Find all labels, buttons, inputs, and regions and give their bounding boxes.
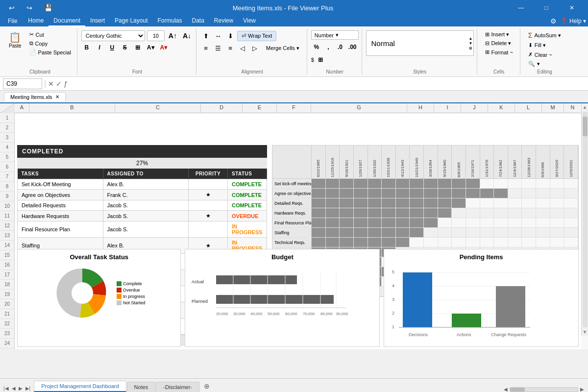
font-color-button[interactable]: A▾ (158, 42, 170, 53)
fill-button[interactable]: ⬇ Fill ▾ (524, 41, 565, 49)
col-header-C[interactable]: C (115, 103, 201, 113)
cut-button[interactable]: ✂ Cut (26, 30, 74, 39)
cancel-formula-icon[interactable]: ✕ (48, 80, 54, 88)
decimal-increase-button[interactable]: .0 (335, 42, 345, 52)
copy-button[interactable]: ⧉ Copy (26, 39, 74, 48)
border-button[interactable]: ⊞ (132, 42, 143, 53)
sheet-tab-disclaimer[interactable]: -Disclaimer- (156, 382, 199, 392)
paste-special-button[interactable]: 📄 Paste Special (26, 48, 74, 56)
save-icon[interactable]: 💾 (40, 3, 56, 13)
hscroll-left[interactable]: ◀ (504, 387, 508, 392)
sheet-nav-last[interactable]: ▶| (24, 385, 32, 392)
redo-icon[interactable]: ↪ (23, 3, 36, 13)
col-header-E[interactable]: E (243, 103, 277, 113)
delete-button[interactable]: ⊟ Delete ▾ (481, 39, 517, 48)
scroll-down-arrow[interactable]: ▼ (582, 328, 588, 336)
insert-button[interactable]: ⊞ Insert ▾ (481, 30, 517, 39)
font-grow-button[interactable]: A↑ (167, 30, 179, 41)
font-size-input[interactable] (147, 30, 165, 41)
sheet-nav-next[interactable]: ▶ (17, 385, 24, 392)
menu-formulas[interactable]: Formulas (152, 16, 187, 26)
menu-document[interactable]: Document (49, 16, 85, 26)
col-header-I[interactable]: I (434, 103, 461, 113)
menu-review[interactable]: Review (209, 16, 238, 26)
col-header-D[interactable]: D (201, 103, 243, 113)
underline-button[interactable]: U (107, 42, 118, 53)
close-button[interactable]: ✕ (561, 0, 583, 16)
undo-icon[interactable]: ↩ (5, 3, 19, 13)
align-middle-button[interactable]: ↔ (213, 30, 223, 41)
gantt-date-col: 10/21/1949 (410, 146, 424, 178)
paste-button[interactable]: 📋 Paste (6, 30, 24, 50)
col-header-M[interactable]: M (542, 103, 564, 113)
align-right-button[interactable]: ≡ (225, 43, 236, 53)
cell-style-select[interactable]: Overall Task Status Normal (366, 30, 474, 56)
styles-scroll-down[interactable]: ▼ (469, 41, 473, 46)
settings-icon[interactable]: ⚙ (550, 17, 557, 25)
align-top-button[interactable]: ⬆ (200, 30, 211, 41)
col-header-L[interactable]: L (515, 103, 542, 113)
maximize-button[interactable]: □ (535, 0, 558, 16)
menu-data[interactable]: Data (187, 16, 209, 26)
col-header-G[interactable]: G (311, 103, 407, 113)
scroll-track-vertical[interactable] (583, 112, 588, 327)
menu-insert[interactable]: Insert (85, 16, 110, 26)
close-file-tab[interactable]: ✕ (55, 94, 59, 99)
styles-scroll-up[interactable]: ▲ (469, 36, 473, 41)
scroll-up-arrow[interactable]: ▲ (582, 103, 588, 111)
styles-more[interactable]: ⊞ (469, 46, 473, 50)
font-family-select[interactable]: Century Gothic (81, 30, 145, 41)
align-bottom-button[interactable]: ⬇ (225, 30, 236, 41)
number-format-select[interactable]: Number▾ (311, 30, 359, 40)
help-button[interactable]: ❓ Help ▾ (561, 18, 586, 24)
italic-button[interactable]: I (94, 42, 105, 53)
scroll-thumb-vertical[interactable] (583, 117, 588, 136)
wrap-text-button[interactable]: ⏎ Wrap Text (237, 31, 276, 41)
sheet-tab-notes[interactable]: Notes (127, 382, 156, 392)
clear-button[interactable]: ✗ Clear ~ (524, 50, 565, 59)
find-select-button[interactable]: 🔍 ▾ (524, 60, 565, 68)
menu-page-layout[interactable]: Page Layout (110, 16, 152, 26)
col-header-A[interactable]: A (15, 103, 29, 113)
sheet-tab-dashboard[interactable]: Project Management Dashboard (34, 381, 126, 392)
col-header-B[interactable]: B (29, 103, 115, 113)
menu-view[interactable]: View (238, 16, 261, 26)
format-button[interactable]: ⊞ Format ~ (481, 48, 517, 56)
cell-area[interactable]: COMPLETED 27% TASKS ASSIGNED TO PRIORITY… (15, 113, 581, 349)
confirm-formula-icon[interactable]: ✓ (56, 80, 62, 88)
col-header-F[interactable]: F (277, 103, 311, 113)
decimal-decrease-button[interactable]: .00 (346, 42, 359, 52)
add-sheet-button[interactable]: ⊕ (200, 380, 214, 392)
col-header-K[interactable]: K (488, 103, 515, 113)
col-header-N[interactable]: N (564, 103, 581, 113)
merge-cells-button[interactable]: Merge Cells ▾ (262, 43, 304, 53)
insert-function-icon[interactable]: ƒ (64, 80, 68, 88)
fill-color-button[interactable]: A▾ (145, 42, 156, 53)
bold-button[interactable]: B (81, 42, 92, 53)
autosum-button[interactable]: Σ AutoSum ▾ (524, 30, 565, 40)
menu-home[interactable]: Home (23, 16, 49, 26)
strikethrough-button[interactable]: S (120, 42, 130, 53)
number-format-icon[interactable]: ⊞ (315, 54, 326, 65)
vertical-scrollbar[interactable]: ▲ ▼ (581, 103, 588, 336)
gantt-cell (452, 228, 466, 237)
percent-button[interactable]: % (311, 42, 322, 52)
sheet-nav-first[interactable]: |◀ (2, 385, 10, 392)
hscroll-right[interactable]: ▶ (580, 387, 584, 392)
align-left-button[interactable]: ≡ (200, 43, 211, 53)
comma-button[interactable]: , (323, 42, 334, 52)
align-center-button[interactable]: ☰ (213, 43, 223, 53)
gantt-date-headers: 6/22/198511/25/19169/18/19211/26/19271/3… (312, 146, 578, 178)
sheet-nav-prev[interactable]: ◀ (10, 385, 17, 392)
formula-input[interactable] (70, 78, 585, 89)
font-shrink-button[interactable]: A↓ (181, 30, 193, 41)
col-header-J[interactable]: J (461, 103, 488, 113)
col-header-H[interactable]: H (407, 103, 434, 113)
indent-decrease-button[interactable]: ◁ (237, 43, 248, 53)
minimize-button[interactable]: — (510, 0, 532, 16)
menu-file[interactable]: File (2, 16, 23, 26)
cell-reference-box[interactable]: C39 (3, 78, 42, 89)
hscroll-track[interactable] (510, 387, 578, 392)
active-file-tab[interactable]: Meeting Items.xls ✕ (4, 92, 66, 101)
indent-increase-button[interactable]: ▷ (249, 43, 260, 53)
